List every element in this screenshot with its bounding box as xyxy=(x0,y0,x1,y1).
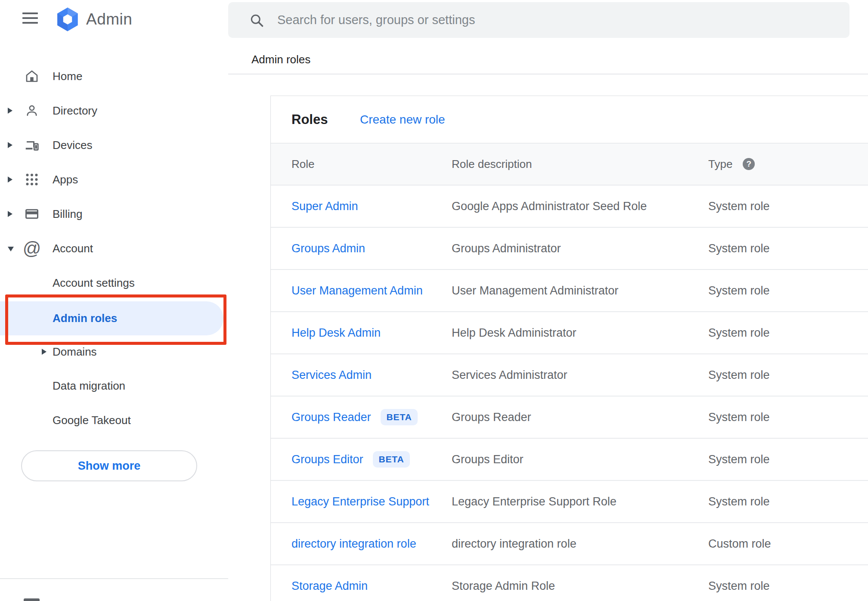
beta-badge: BETA xyxy=(381,409,418,425)
apps-grid-icon xyxy=(24,172,40,187)
sidebar-item-billing[interactable]: Billing xyxy=(0,197,228,231)
role-description: Storage Admin Role xyxy=(452,579,708,593)
chevron-down-icon[interactable] xyxy=(8,247,14,251)
sidebar-item-devices[interactable]: Devices xyxy=(0,128,228,162)
chevron-right-icon[interactable] xyxy=(8,142,12,148)
role-link[interactable]: User Management Admin xyxy=(291,284,423,297)
credit-card-icon xyxy=(24,206,40,222)
sidebar-item-account-settings[interactable]: Account settings xyxy=(0,266,228,300)
sidebar-item-domains[interactable]: Domains xyxy=(0,335,228,369)
role-type: System role xyxy=(708,242,868,255)
sidebar-item-home[interactable]: Home xyxy=(0,59,228,93)
search-bar[interactable] xyxy=(228,2,849,38)
sidebar-footer-divider xyxy=(0,578,228,579)
role-description: Google Apps Administrator Seed Role xyxy=(452,200,708,213)
role-type: System role xyxy=(708,411,868,424)
chevron-right-icon[interactable] xyxy=(8,108,12,114)
search-icon xyxy=(249,12,264,28)
table-row: Help Desk Admin Help Desk Administrator … xyxy=(271,312,868,354)
role-type: System role xyxy=(708,453,868,466)
sidebar-item-label: Domains xyxy=(53,335,97,369)
column-header-type: Type ? xyxy=(708,158,868,171)
brand-title: Admin xyxy=(86,10,132,28)
role-type: System role xyxy=(708,326,868,340)
sidebar-item-label: Account settings xyxy=(53,266,135,300)
sidebar-item-label: Apps xyxy=(53,162,78,197)
table-row: directory integration role directory int… xyxy=(271,523,868,565)
clipped-bottom-icon xyxy=(24,598,40,601)
show-more-button[interactable]: Show more xyxy=(21,450,197,481)
role-link[interactable]: Services Admin xyxy=(291,369,372,382)
table-row: Groups Reader BETA Groups Reader System … xyxy=(271,397,868,439)
hamburger-menu-icon[interactable] xyxy=(22,12,38,24)
person-icon xyxy=(24,103,40,118)
column-header-role-description: Role description xyxy=(452,158,708,171)
admin-logo-icon xyxy=(55,6,81,32)
table-row: Super Admin Google Apps Administrator Se… xyxy=(271,186,868,228)
sidebar-item-admin-roles-selected[interactable]: Admin roles xyxy=(0,301,223,335)
sidebar-item-data-migration[interactable]: Data migration xyxy=(0,369,228,403)
sidebar-item-label: Home xyxy=(53,59,82,93)
role-link[interactable]: Storage Admin xyxy=(291,579,368,593)
roles-card-header: Roles Create new role xyxy=(271,96,868,143)
table-row: Services Admin Services Administrator Sy… xyxy=(271,354,868,397)
role-link[interactable]: Groups Admin xyxy=(291,242,365,255)
role-description: Groups Administrator xyxy=(452,242,708,255)
role-type: Custom role xyxy=(708,537,868,551)
role-link[interactable]: directory integration role xyxy=(291,537,416,551)
beta-badge: BETA xyxy=(373,451,410,468)
search-input[interactable] xyxy=(277,13,849,27)
google-admin-console: Admin Home Directory xyxy=(0,0,868,601)
title-divider xyxy=(228,74,868,74)
sidebar-item-label: Data migration xyxy=(53,369,125,403)
role-link[interactable]: Help Desk Admin xyxy=(291,326,381,340)
role-description: Groups Reader xyxy=(452,411,708,424)
sidebar-item-label: Directory xyxy=(53,93,97,128)
sidebar-item-account[interactable]: @ Account xyxy=(0,231,228,266)
card-title: Roles xyxy=(291,96,328,143)
roles-card: Roles Create new role Role Role descript… xyxy=(270,96,868,601)
table-row: User Management Admin User Management Ad… xyxy=(271,270,868,312)
help-icon[interactable]: ? xyxy=(743,158,755,170)
create-new-role-link[interactable]: Create new role xyxy=(360,96,445,143)
sidebar-item-label: Account xyxy=(53,231,93,266)
role-type: System role xyxy=(708,495,868,508)
sidebar: Admin Home Directory xyxy=(0,0,228,601)
table-row: Groups Admin Groups Administrator System… xyxy=(271,228,868,270)
at-icon: @ xyxy=(24,241,40,256)
role-description: Legacy Enterprise Support Role xyxy=(452,495,708,508)
role-description: directory integration role xyxy=(452,537,708,551)
role-link[interactable]: Legacy Enterprise Support xyxy=(291,495,429,508)
sidebar-item-label: Devices xyxy=(53,128,92,162)
role-link[interactable]: Groups Reader xyxy=(291,411,371,424)
devices-icon xyxy=(24,137,40,153)
role-type: System role xyxy=(708,200,868,213)
sidebar-item-google-takeout[interactable]: Google Takeout xyxy=(0,403,228,437)
role-description: User Management Administrator xyxy=(452,284,708,297)
table-row: Legacy Enterprise Support Legacy Enterpr… xyxy=(271,481,868,523)
sidebar-item-directory[interactable]: Directory xyxy=(0,93,228,128)
role-type: System role xyxy=(708,579,868,593)
role-link[interactable]: Super Admin xyxy=(291,200,358,213)
sidebar-item-apps[interactable]: Apps xyxy=(0,162,228,197)
home-icon xyxy=(24,68,40,84)
role-type: System role xyxy=(708,369,868,382)
brand-header: Admin xyxy=(0,0,228,39)
chevron-right-icon[interactable] xyxy=(8,211,12,217)
sidebar-item-label: Billing xyxy=(53,197,82,231)
role-type: System role xyxy=(708,284,868,297)
table-header-row: Role Role description Type ? xyxy=(271,143,868,186)
role-link[interactable]: Groups Editor xyxy=(291,453,363,466)
role-description: Groups Editor xyxy=(452,453,708,466)
table-row: Groups Editor BETA Groups Editor System … xyxy=(271,439,868,481)
role-description: Services Administrator xyxy=(452,369,708,382)
column-header-role: Role xyxy=(271,158,452,171)
chevron-right-icon[interactable] xyxy=(42,349,46,355)
chevron-right-icon[interactable] xyxy=(8,177,12,183)
sidebar-item-label: Admin roles xyxy=(53,301,117,335)
page-title: Admin roles xyxy=(251,53,310,66)
role-description: Help Desk Administrator xyxy=(452,326,708,340)
sidebar-item-label: Google Takeout xyxy=(53,403,131,437)
table-row: Storage Admin Storage Admin Role System … xyxy=(271,565,868,601)
